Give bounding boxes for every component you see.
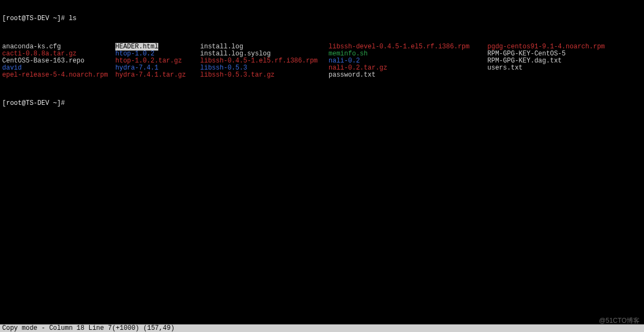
filename: cacti-0.8.8a.tar.gz xyxy=(2,50,77,58)
terminal-output[interactable]: [root@TS-DEV ~]# ls anaconda-ks.cfgHEADE… xyxy=(0,0,644,115)
filename: libssh-devel-0.4.5-1.el5.rf.i386.rpm xyxy=(329,43,469,51)
list-row: epel-release-5-4.noarch.rpmhydra-7.4.1.t… xyxy=(2,72,642,79)
filename: RPM-GPG-KEY-CentOS-5 xyxy=(487,50,566,58)
filename: HEADER.html xyxy=(115,43,158,51)
filename: install.log.syslog xyxy=(200,50,271,58)
command-text: ls xyxy=(69,15,76,22)
filename: libssh-0.5.3.tar.gz xyxy=(200,71,275,79)
ls-listing: anaconda-ks.cfgHEADER.htmlinstall.loglib… xyxy=(2,43,642,79)
watermark: @51CTO博客 xyxy=(599,317,640,324)
copy-mode-status-bar: Copy mode - Column 18 Line 7(+1000) (157… xyxy=(0,324,644,332)
filename: htop-1.0.2.tar.gz xyxy=(115,57,182,65)
prompt-after: [root@TS-DEV ~]# xyxy=(2,100,642,107)
list-item: hydra-7.4.1.tar.gz xyxy=(115,72,200,79)
filename: install.log xyxy=(200,43,243,51)
shell-prompt: [root@TS-DEV ~]# xyxy=(2,15,69,22)
list-item: libssh-0.5.3.tar.gz xyxy=(200,72,329,79)
filename: htop-1.0.2 xyxy=(115,50,154,58)
filename: users.txt xyxy=(487,64,523,72)
filename: libssh-0.4.5-1.el5.rf.i386.rpm xyxy=(200,57,318,65)
filename: nali-0.2 xyxy=(329,57,360,65)
filename: pgdg-centos91-9.1-4.noarch.rpm xyxy=(487,43,605,51)
filename: meminfo.sh xyxy=(329,50,368,58)
filename: david xyxy=(2,64,22,72)
prompt-line: [root@TS-DEV ~]# ls xyxy=(2,15,642,22)
list-item: epel-release-5-4.noarch.rpm xyxy=(2,72,115,79)
filename: nali-0.2.tar.gz xyxy=(329,64,387,72)
filename: anaconda-ks.cfg xyxy=(2,43,61,51)
list-item: password.txt xyxy=(329,72,487,79)
shell-prompt: [root@TS-DEV ~]# xyxy=(2,100,65,107)
list-row: CentOS5-Base-163.repohtop-1.0.2.tar.gzli… xyxy=(2,58,642,65)
filename: hydra-7.4.1.tar.gz xyxy=(115,71,186,79)
filename: RPM-GPG-KEY.dag.txt xyxy=(487,57,562,65)
list-item: users.txt xyxy=(487,65,640,72)
filename: libssh-0.5.3 xyxy=(200,64,247,72)
filename: CentOS5-Base-163.repo xyxy=(2,57,84,65)
filename: hydra-7.4.1 xyxy=(115,64,158,72)
list-item xyxy=(487,72,640,79)
filename: password.txt xyxy=(329,71,375,79)
filename: epel-release-5-4.noarch.rpm xyxy=(2,71,108,79)
